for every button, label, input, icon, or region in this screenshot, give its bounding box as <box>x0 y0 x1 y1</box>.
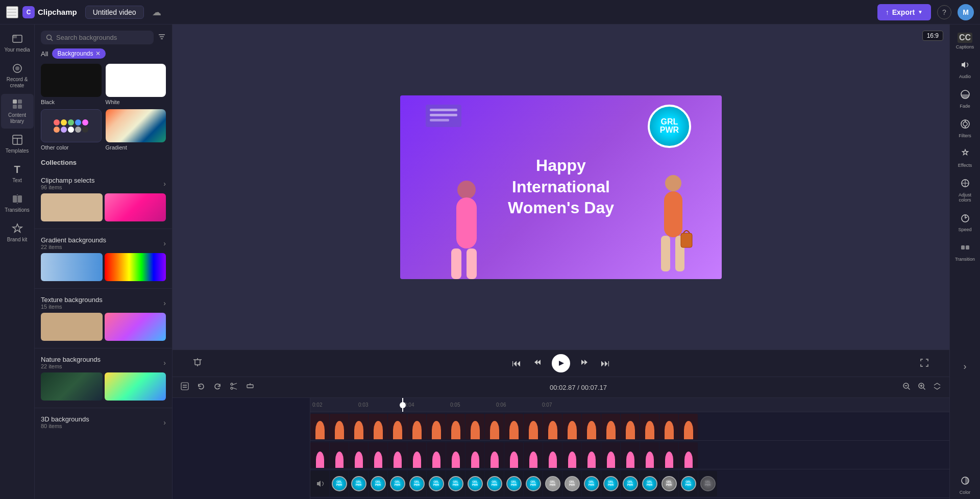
collapse-right-panel-button[interactable]: › <box>964 361 967 372</box>
frame-pink-6 <box>407 442 426 468</box>
logo-text: Clipchamp <box>38 8 77 16</box>
timeline-scroll[interactable]: 0:02 0:03 0:04 0:05 0:06 0:07 <box>310 398 949 499</box>
other-color-label: Other color <box>41 144 68 151</box>
frame-badge-5: GRLPWR <box>407 471 426 496</box>
color-black[interactable]: Black <box>41 64 102 105</box>
box-line-3 <box>430 119 449 121</box>
collection-title-row-nature: Nature backgrounds 22 items › <box>41 356 166 369</box>
sidebar-item-your-media[interactable]: Your media <box>1 29 34 57</box>
skip-forward-button[interactable]: ⏭ <box>599 356 612 371</box>
export-icon: ↑ <box>886 8 889 16</box>
sidebar-item-brand-kit[interactable]: Brand kit <box>1 218 34 247</box>
filter-button[interactable] <box>158 33 166 43</box>
thumb-dark-nature <box>41 372 103 401</box>
frame-pink-18 <box>640 442 659 468</box>
menu-button[interactable] <box>6 6 18 18</box>
transition-icon <box>960 242 970 255</box>
color-other[interactable]: Other color <box>41 109 102 151</box>
search-bar <box>35 24 172 48</box>
collection-nature-backgrounds[interactable]: Nature backgrounds 22 items › <box>35 351 172 406</box>
right-panel-filters[interactable]: Filters <box>951 115 979 142</box>
track-pink-woman <box>310 441 949 469</box>
adjust-colors-icon <box>960 178 970 191</box>
expand-timeline-button[interactable] <box>931 380 943 394</box>
right-panel-fade[interactable]: Fade <box>951 85 979 113</box>
frame-woman-4 <box>369 414 387 439</box>
svg-rect-28 <box>195 360 200 365</box>
collection-texture-backgrounds[interactable]: Texture backgrounds 15 items › <box>35 291 172 346</box>
sidebar-item-transitions[interactable]: Transitions <box>1 189 34 217</box>
frame-badge-17: GRLPWR <box>640 471 659 496</box>
svg-rect-56 <box>961 245 965 250</box>
record-create-icon <box>11 62 23 74</box>
redo-button[interactable] <box>211 380 224 394</box>
frame-woman-14 <box>562 414 581 439</box>
remove-filter-icon[interactable]: ✕ <box>95 50 101 57</box>
help-button[interactable]: ? <box>937 5 951 19</box>
frame-badge-19: GRLPWR <box>679 471 698 496</box>
frame-pink-5 <box>388 442 407 468</box>
export-button[interactable]: ↑ Export ▼ <box>877 4 931 20</box>
frame-woman-19 <box>659 414 678 439</box>
right-panel-audio[interactable]: Audio <box>951 56 979 83</box>
sidebar-item-text[interactable]: T Text <box>1 159 34 188</box>
right-panel-effects[interactable]: Effects <box>951 144 979 172</box>
frame-badge-3: GRLPWR <box>369 471 387 496</box>
search-input-wrap[interactable] <box>41 31 154 44</box>
filter-all-button[interactable]: All <box>41 50 48 58</box>
crop-button[interactable] <box>193 358 202 369</box>
right-panel-transition[interactable]: Transition <box>951 238 979 266</box>
frame-woman-20 <box>679 414 698 439</box>
video-title-button[interactable]: Untitled video <box>85 6 144 19</box>
texture-bg-count: 15 items <box>41 304 103 310</box>
color-label: Color <box>960 490 971 495</box>
add-to-timeline-button[interactable] <box>244 380 256 394</box>
sidebar-item-templates[interactable]: Templates <box>1 130 34 158</box>
svg-point-3 <box>15 66 19 70</box>
frame-woman-16 <box>601 414 620 439</box>
rewind-button[interactable] <box>530 355 545 372</box>
collection-3d-backgrounds[interactable]: 3D backgrounds 80 items › <box>35 410 172 437</box>
undo-button[interactable] <box>195 380 207 394</box>
collection-gradient-backgrounds[interactable]: Gradient backgrounds 22 items › <box>35 231 172 286</box>
right-panel-captions[interactable]: CC Captions <box>951 29 979 54</box>
collection-clipchamp-selects[interactable]: Clipchamp selects 96 items › <box>35 171 172 227</box>
svg-rect-25 <box>661 236 670 271</box>
sidebar-item-record-create[interactable]: Record & create <box>1 58 34 93</box>
collection-title-row-gradient: Gradient backgrounds 22 items › <box>41 236 166 250</box>
cut-button[interactable] <box>228 380 240 394</box>
color-gradient[interactable]: Gradient <box>106 109 166 151</box>
frame-pink-12 <box>524 442 543 468</box>
avatar[interactable]: M <box>958 4 974 20</box>
skip-back-button[interactable]: ⏮ <box>510 356 523 371</box>
search-icon <box>46 34 53 41</box>
svg-line-41 <box>908 388 910 390</box>
box-sticker <box>426 105 461 127</box>
audio-label: Audio <box>959 74 971 79</box>
color-white[interactable]: White <box>106 64 166 105</box>
frame-woman-9 <box>465 414 484 439</box>
right-panel-adjust-colors[interactable]: Adjust colors <box>951 174 979 207</box>
frame-woman-10 <box>485 414 504 439</box>
timeline-collapse-button[interactable] <box>179 380 191 394</box>
frame-woman-15 <box>582 414 601 439</box>
play-button[interactable] <box>552 354 570 372</box>
gradient-bg-count: 22 items <box>41 244 106 250</box>
search-input[interactable] <box>56 34 149 41</box>
sidebar-item-content-library[interactable]: Content library <box>1 94 34 129</box>
logo[interactable]: C Clipchamp <box>22 6 77 18</box>
speed-label: Speed <box>958 227 971 232</box>
zoom-in-button[interactable] <box>916 380 928 394</box>
zoom-out-button[interactable] <box>900 380 913 394</box>
forward-button[interactable] <box>577 355 592 372</box>
right-panel-color[interactable]: Color <box>951 471 979 499</box>
filter-backgrounds-tag[interactable]: Backgrounds ✕ <box>52 48 105 59</box>
frame-badge-7: GRLPWR <box>446 471 465 496</box>
fullscreen-button[interactable] <box>920 358 929 369</box>
frame-pink-3 <box>349 442 368 468</box>
gradient-bg-chevron: › <box>163 239 166 247</box>
frame-badge-12: GRLPWR <box>543 471 562 496</box>
grl-pwr-badge: GRL PWR <box>648 105 691 148</box>
effects-label: Effects <box>958 163 972 168</box>
right-panel-speed[interactable]: Speed <box>951 209 979 236</box>
